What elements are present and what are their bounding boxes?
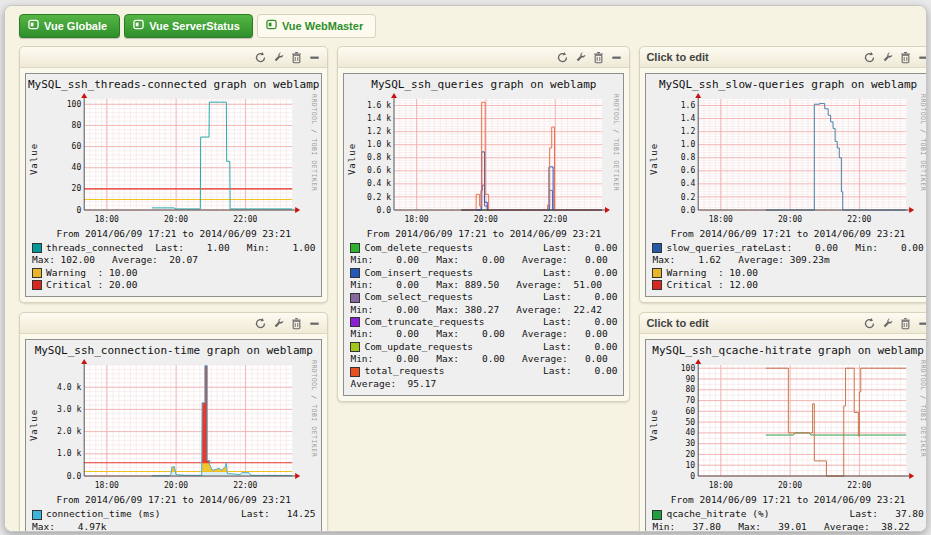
legend-swatch [350, 243, 360, 253]
minimize-icon[interactable] [308, 51, 321, 64]
view-screen-icon [266, 19, 277, 32]
wrench-icon[interactable] [881, 51, 894, 64]
y-axis-label: Value [648, 92, 660, 226]
legend-row: threads_connectedLast: 1.00 Min: 1.00 [32, 242, 315, 254]
legend-value: Last: 0.00 Min: 0.00 [764, 242, 924, 254]
x-tick-label: 22:00 [233, 215, 257, 224]
legend-text: Max: 1.62 Average: 309.23m [652, 254, 923, 266]
y-tick-label: 100 [681, 364, 696, 373]
trash-icon[interactable] [290, 51, 303, 64]
legend-text: Min: 0.00 Max: 0.00 Average: 0.00 [350, 353, 617, 365]
y-tick-label: 0.2 k [367, 193, 391, 202]
legend: connection_time (ms)Last: 14.25Max: 4.97… [28, 508, 319, 532]
legend-row: Com_insert_requestsLast: 0.00 [350, 267, 617, 279]
y-tick-label: 0.0 [377, 206, 392, 215]
wrench-icon[interactable] [272, 51, 285, 64]
minimize-icon[interactable] [917, 317, 927, 330]
legend-text: slow_queries_rate [666, 242, 763, 254]
widget-header-label: Click to edit [646, 317, 708, 329]
minimize-icon[interactable] [917, 51, 927, 64]
x-tick-label: 18:00 [405, 215, 429, 224]
trash-icon[interactable] [290, 317, 303, 330]
minimize-icon[interactable] [308, 317, 321, 330]
view-screen-icon [28, 19, 39, 32]
date-range: From 2014/06/09 17:21 to 2014/06/09 23:2… [28, 228, 319, 239]
y-axis-label: Value [346, 92, 358, 226]
y-tick-label: 2.0 k [57, 428, 81, 437]
legend-row: Critical : 12.00 [652, 279, 923, 291]
legend-row: Average: 95.17 [350, 378, 617, 390]
legend-swatch [350, 268, 360, 278]
wrench-icon[interactable] [881, 317, 894, 330]
widget-header[interactable]: Click to edit [640, 313, 927, 334]
widget-slow-queries: Click to edit MySQL_ssh_slow-queries gra… [639, 46, 927, 303]
legend-text: qcache_hitrate (%) [666, 508, 849, 520]
grid-column-1: MySQL_ssh_threads-connected graph on web… [19, 46, 328, 532]
legend-row: Min: 37.80 Max: 39.01 Average: 38.22 [652, 521, 923, 532]
graph-title: MySQL_ssh_queries graph on weblamp [346, 78, 621, 91]
widget-header[interactable] [338, 47, 629, 68]
app-window: Vue Globale Vue ServerStatus Vue WebMast… [4, 5, 927, 532]
legend-row: qcache_hitrate (%)Last: 37.80 [652, 508, 923, 520]
y-tick-label: 20 [686, 450, 696, 459]
widget-body: MySQL_ssh_queries graph on weblamp Value… [338, 68, 629, 401]
legend-swatch [350, 317, 360, 327]
legend-value: Last: 1.00 Min: 1.00 [155, 242, 315, 254]
legend-row: Com_delete_requestsLast: 0.00 [350, 242, 617, 254]
y-tick-label: 70 [686, 397, 696, 406]
graph-title: MySQL_ssh_qcache-hitrate graph on weblam… [648, 344, 927, 357]
view-screen-icon [266, 19, 277, 30]
y-tick-label: 0.6 [681, 166, 696, 175]
tab-vue-webmaster[interactable]: Vue WebMaster [257, 14, 376, 38]
minimize-icon[interactable] [610, 51, 623, 64]
graph-title: MySQL_ssh_threads-connected graph on web… [28, 78, 319, 91]
trash-icon[interactable] [592, 51, 605, 64]
legend-value: Last: 37.80 [849, 508, 923, 520]
y-tick-label: 80 [686, 386, 696, 395]
legend-row: Min: 0.00 Max: 889.50 Average: 51.00 [350, 279, 617, 291]
plot-area: 02040608010018:0020:0022:00 [40, 92, 309, 226]
legend-value: Last: 0.00 [543, 365, 617, 377]
graph-title: MySQL_ssh_slow-queries graph on weblamp [648, 78, 927, 91]
refresh-icon[interactable] [254, 51, 267, 64]
y-tick-label: 0 [691, 472, 696, 481]
legend-swatch [652, 268, 662, 278]
widget-header-label: Click to edit [646, 51, 708, 63]
widget-header[interactable]: Click to edit [640, 47, 927, 68]
x-tick-label: 18:00 [709, 481, 733, 490]
tab-vue-serverstatus[interactable]: Vue ServerStatus [124, 14, 253, 38]
refresh-icon[interactable] [556, 51, 569, 64]
y-tick-label: 1.2 k [367, 127, 391, 136]
tab-vue-globale[interactable]: Vue Globale [19, 14, 120, 38]
y-tick-label: 1.2 [681, 127, 696, 136]
view-screen-icon [28, 19, 39, 30]
wrench-icon[interactable] [272, 317, 285, 330]
wrench-icon[interactable] [574, 51, 587, 64]
y-tick-label: 1.0 k [57, 450, 81, 459]
refresh-icon[interactable] [863, 51, 876, 64]
y-tick-label: 0.0 [67, 472, 82, 481]
trash-icon[interactable] [899, 51, 912, 64]
graph-plot-row: Value 02040608010018:0020:0022:00 RRDTOO… [28, 92, 319, 226]
widget-header[interactable] [20, 47, 327, 68]
refresh-icon[interactable] [254, 317, 267, 330]
widget-queries: MySQL_ssh_queries graph on weblamp Value… [337, 46, 630, 402]
legend-row: Com_select_requestsLast: 0.00 [350, 291, 617, 303]
tab-label: Vue Globale [44, 20, 107, 32]
y-tick-label: 20 [72, 184, 82, 193]
refresh-icon[interactable] [863, 317, 876, 330]
legend: slow_queries_rateLast: 0.00 Min: 0.00Max… [648, 242, 927, 292]
legend-value: Last: 0.00 [543, 267, 617, 279]
legend-text: Min: 0.00 Max: 0.00 Average: 0.00 [350, 328, 617, 340]
legend-swatch [350, 342, 360, 352]
widget-body: MySQL_ssh_slow-queries graph on weblamp … [640, 68, 927, 302]
graph-plot-row: Value 0.00.20.40.60.81.01.21.41.618:0020… [648, 92, 927, 226]
legend-row: Min: 0.00 Max: 380.27 Average: 22.42 [350, 304, 617, 316]
y-tick-label: 1.6 k [367, 101, 391, 110]
trash-icon[interactable] [899, 317, 912, 330]
tab-label: Vue WebMaster [282, 20, 363, 32]
y-tick-label: 50 [686, 418, 696, 427]
view-screen-icon [133, 19, 144, 32]
widget-header[interactable] [20, 313, 327, 334]
legend-row: Min: 0.00 Max: 0.00 Average: 0.00 [350, 254, 617, 266]
